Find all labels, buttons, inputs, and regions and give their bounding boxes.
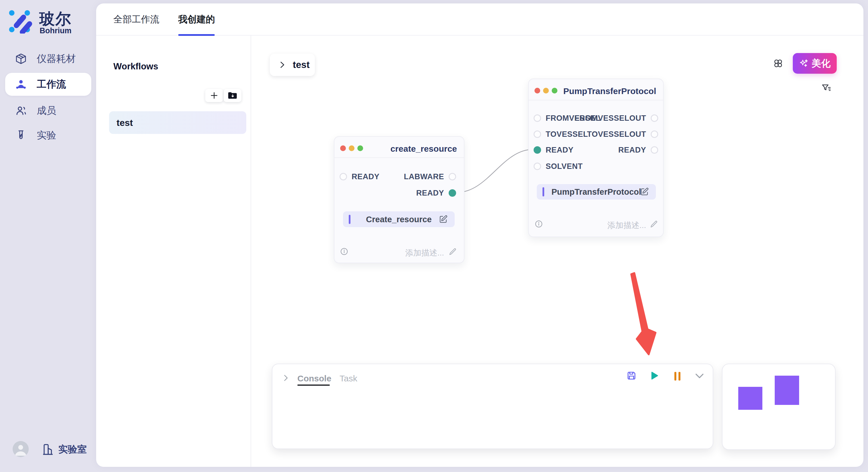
workflow-tabs-bar: 全部工作流 我创建的 <box>96 3 863 36</box>
port-output-ready[interactable]: READY <box>416 189 456 197</box>
package-icon <box>15 53 27 65</box>
breadcrumb[interactable]: test <box>270 54 315 76</box>
sidebar-item-label: 仪器耗材 <box>37 52 76 65</box>
port-dot-connected[interactable] <box>448 189 456 197</box>
node-action-pill[interactable]: PumpTransferProtocol <box>537 184 656 200</box>
sidebar-item-label: 实验 <box>37 129 56 142</box>
edit-icon[interactable] <box>640 187 649 196</box>
tab-my-created[interactable]: 我创建的 <box>178 13 215 26</box>
port-dot-connected[interactable] <box>534 146 541 154</box>
folder-import-icon <box>228 91 237 100</box>
traffic-light-red-icon <box>340 145 346 151</box>
node-description-placeholder[interactable]: 添加描述... <box>405 247 444 258</box>
node-pump-transfer-protocol[interactable]: PumpTransferProtocol FROMVESSEL TOVESSEL… <box>528 78 663 237</box>
canvas-minimap[interactable] <box>722 364 836 450</box>
traffic-light-green-icon <box>358 145 363 151</box>
node-create-resource[interactable]: create_resource READY LABWARE READY Crea… <box>334 136 464 263</box>
save-icon[interactable] <box>626 370 637 381</box>
sidebar-item-label: 工作流 <box>37 78 66 91</box>
port-output-labware[interactable]: LABWARE <box>404 173 456 181</box>
workflow-list-item-test[interactable]: test <box>109 111 246 134</box>
pencil-icon[interactable] <box>448 247 457 256</box>
port-output-ready[interactable]: READY <box>618 146 658 154</box>
app-window: 玻尔 Bohrium 仪器耗材 工作流 成员 <box>0 0 868 472</box>
workflows-panel-title: Workflows <box>113 61 158 72</box>
avatar-person-icon <box>12 441 29 457</box>
port-dot[interactable] <box>651 131 658 138</box>
port-input-tovessel[interactable]: TOVESSEL <box>534 130 588 138</box>
port-output-fromvesselout[interactable]: FROMVESSELOUT <box>575 114 658 122</box>
sparkles-icon <box>799 59 809 68</box>
pencil-icon[interactable] <box>650 220 658 229</box>
console-expand-chevron-icon[interactable] <box>281 373 290 383</box>
command-icon[interactable] <box>773 58 783 69</box>
node-title: create_resource <box>391 144 457 154</box>
sidebar-item-instruments[interactable]: 仪器耗材 <box>5 47 91 70</box>
tab-all-workflows[interactable]: 全部工作流 <box>113 13 159 26</box>
node-action-pill[interactable]: Create_resource <box>343 211 455 227</box>
port-input-ready[interactable]: READY <box>534 146 574 154</box>
workspace-switcher[interactable]: 实验室 <box>42 443 87 456</box>
port-dot[interactable] <box>651 114 658 122</box>
node-title: PumpTransferProtocol <box>563 86 656 96</box>
node-header: create_resource <box>334 137 464 158</box>
port-dot[interactable] <box>340 173 347 180</box>
port-input-ready[interactable]: READY <box>340 173 379 181</box>
workflow-person-icon <box>15 78 27 90</box>
port-dot[interactable] <box>448 173 456 180</box>
plus-icon <box>210 91 218 100</box>
breadcrumb-label: test <box>293 59 310 70</box>
sidebar-item-workflow[interactable]: 工作流 <box>5 73 91 96</box>
traffic-light-yellow-icon <box>543 88 549 94</box>
minimap-node-create-resource <box>738 387 763 410</box>
node-description-placeholder[interactable]: 添加描述... <box>608 220 646 231</box>
console-panel <box>272 364 713 449</box>
port-dot[interactable] <box>534 114 541 122</box>
port-dot[interactable] <box>651 146 658 154</box>
workflows-panel: Workflows test <box>96 36 251 467</box>
workspace-label: 实验室 <box>58 443 87 456</box>
sidebar-item-members[interactable]: 成员 <box>5 99 91 122</box>
task-tab[interactable]: Task <box>340 374 358 383</box>
minimap-node-pump-transfer <box>775 376 799 405</box>
port-dot[interactable] <box>534 163 541 170</box>
collapse-console-chevron-icon[interactable] <box>694 372 705 380</box>
members-icon <box>15 105 27 117</box>
pause-icon[interactable] <box>673 371 682 381</box>
beautify-label: 美化 <box>812 57 831 70</box>
import-workflow-button[interactable] <box>224 89 241 102</box>
sidebar-item-experiment[interactable]: 实验 <box>5 124 91 147</box>
filter-icon[interactable] <box>821 83 832 94</box>
traffic-light-red-icon <box>534 88 540 94</box>
pill-label: Create_resource <box>343 214 455 224</box>
info-icon[interactable] <box>535 220 543 228</box>
port-output-tovesselout[interactable]: TOVESSELOUT <box>587 130 658 138</box>
pill-label: PumpTransferProtocol <box>537 187 656 197</box>
port-dot[interactable] <box>534 131 541 138</box>
workflow-item-label: test <box>117 117 133 128</box>
logo-subtitle: Bohrium <box>40 26 71 35</box>
beautify-button[interactable]: 美化 <box>793 53 837 74</box>
app-sidebar: 玻尔 Bohrium 仪器耗材 工作流 成员 <box>0 0 96 472</box>
building-icon <box>42 443 54 456</box>
test-tube-icon <box>15 129 27 141</box>
console-active-tab-underline <box>298 384 330 386</box>
traffic-light-green-icon <box>552 88 557 94</box>
bohrium-logo-icon <box>9 9 33 34</box>
add-workflow-button[interactable] <box>205 89 223 102</box>
run-icon[interactable] <box>649 370 660 381</box>
user-avatar[interactable] <box>12 441 29 457</box>
chevron-right-icon <box>277 60 287 70</box>
sidebar-item-label: 成员 <box>37 104 56 117</box>
traffic-light-yellow-icon <box>349 145 354 151</box>
port-input-solvent[interactable]: SOLVENT <box>534 162 583 170</box>
console-tab[interactable]: Console <box>298 374 331 383</box>
info-icon[interactable] <box>340 247 348 256</box>
edit-icon[interactable] <box>439 215 448 224</box>
node-header: PumpTransferProtocol <box>529 79 663 100</box>
